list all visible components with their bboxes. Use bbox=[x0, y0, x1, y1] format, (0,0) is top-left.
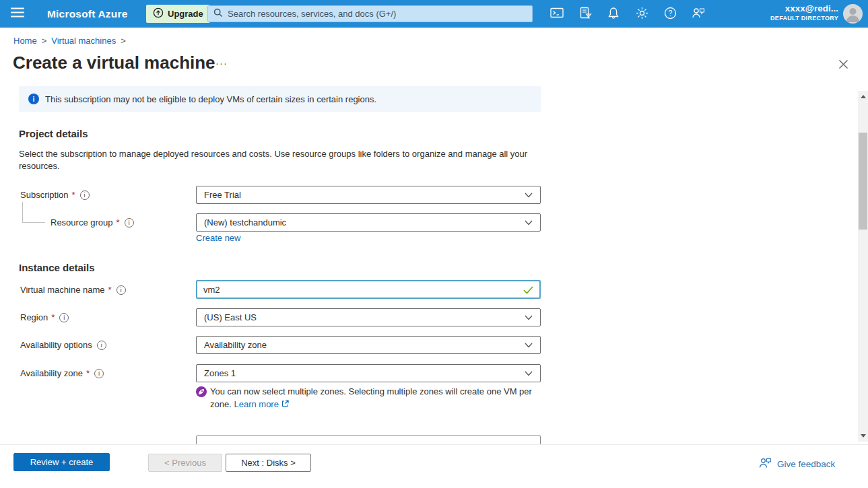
validation-check-icon bbox=[523, 285, 533, 297]
directory-filter-icon bbox=[579, 7, 592, 22]
learn-more-link[interactable]: Learn more bbox=[234, 399, 278, 409]
hamburger-menu-button[interactable] bbox=[8, 5, 27, 22]
subscription-eligibility-banner: i This subscription may not be eligible … bbox=[19, 86, 541, 112]
upgrade-arrow-icon bbox=[153, 7, 164, 20]
scroll-down-arrow[interactable] bbox=[861, 434, 866, 438]
chevron-down-icon bbox=[525, 312, 533, 322]
availability-options-info-icon[interactable]: i bbox=[97, 341, 106, 350]
directory-subscription-button[interactable] bbox=[576, 5, 595, 24]
notifications-button[interactable] bbox=[604, 5, 623, 24]
vertical-scrollbar[interactable] bbox=[858, 91, 868, 442]
availability-zone-info-icon[interactable]: i bbox=[94, 369, 104, 378]
chevron-down-icon bbox=[525, 217, 533, 228]
upgrade-label: Upgrade bbox=[168, 9, 203, 19]
availability-zone-dropdown[interactable]: Zones 1 bbox=[196, 364, 541, 382]
availability-options-dropdown[interactable]: Availability zone bbox=[196, 336, 541, 354]
resource-group-label: Resource group * i bbox=[51, 213, 134, 232]
global-search[interactable] bbox=[207, 5, 533, 22]
availability-options-label: Availability options i bbox=[20, 336, 106, 354]
scrollbar-thumb[interactable] bbox=[859, 133, 867, 230]
hierarchy-connector-line bbox=[22, 202, 45, 223]
bell-icon bbox=[607, 7, 620, 22]
more-options-button[interactable]: ··· bbox=[215, 57, 228, 69]
subscription-info-icon[interactable]: i bbox=[80, 190, 90, 200]
account-info[interactable]: xxxx@redi... DEFAULT DIRECTORY bbox=[770, 3, 838, 22]
give-feedback-link[interactable]: Give feedback bbox=[759, 457, 835, 470]
region-dropdown[interactable]: (US) East US bbox=[196, 308, 541, 326]
upgrade-button[interactable]: Upgrade bbox=[146, 5, 210, 23]
review-create-button[interactable]: Review + create bbox=[13, 453, 110, 471]
hamburger-icon bbox=[11, 7, 24, 20]
help-button[interactable]: ? bbox=[661, 5, 679, 24]
multi-zone-note: You can now select multiple zones. Selec… bbox=[210, 386, 536, 411]
resource-group-value: (New) testchandumic bbox=[204, 217, 286, 228]
page-title: Create a virtual machine bbox=[13, 53, 215, 73]
vm-name-info-icon[interactable]: i bbox=[116, 285, 126, 295]
breadcrumb-separator: > bbox=[42, 36, 47, 46]
avatar[interactable] bbox=[843, 4, 863, 24]
external-link-icon bbox=[281, 399, 289, 409]
settings-button[interactable] bbox=[632, 5, 651, 24]
region-value: (US) East US bbox=[204, 312, 257, 322]
breadcrumb-separator: > bbox=[121, 36, 126, 46]
region-label: Region * i bbox=[20, 308, 69, 326]
close-blade-button[interactable] bbox=[836, 58, 850, 73]
availability-zone-value: Zones 1 bbox=[204, 368, 236, 378]
feedback-person-icon bbox=[759, 457, 772, 470]
person-feedback-icon bbox=[692, 7, 705, 22]
svg-text:?: ? bbox=[668, 9, 672, 17]
required-asterisk: * bbox=[72, 190, 75, 200]
info-icon: i bbox=[28, 94, 39, 104]
resource-group-info-icon[interactable]: i bbox=[125, 218, 134, 228]
search-input[interactable] bbox=[228, 9, 527, 19]
project-details-heading: Project details bbox=[19, 128, 88, 139]
required-asterisk: * bbox=[116, 217, 120, 228]
instance-details-heading: Instance details bbox=[19, 262, 95, 273]
account-name: xxxx@redi... bbox=[770, 3, 838, 14]
subscription-label: Subscription * i bbox=[20, 186, 90, 204]
required-asterisk: * bbox=[86, 368, 90, 378]
close-icon bbox=[838, 59, 848, 72]
subscription-value: Free Trial bbox=[204, 190, 241, 200]
resource-group-dropdown[interactable]: (New) testchandumic bbox=[196, 213, 541, 232]
vm-name-input[interactable] bbox=[196, 280, 541, 299]
help-icon: ? bbox=[664, 7, 677, 22]
wizard-footer: Review + create < Previous Next : Disks … bbox=[0, 444, 868, 488]
next-field-partial[interactable] bbox=[196, 435, 541, 444]
account-directory: DEFAULT DIRECTORY bbox=[770, 14, 838, 22]
feedback-button[interactable] bbox=[689, 5, 708, 24]
cloud-shell-button[interactable] bbox=[547, 5, 566, 24]
azure-portal-window: Microsoft Azure Upgrade bbox=[0, 0, 868, 488]
gear-icon bbox=[636, 7, 648, 22]
azure-brand-logo[interactable]: Microsoft Azure bbox=[47, 0, 128, 28]
required-asterisk: * bbox=[51, 312, 55, 322]
top-bar: Microsoft Azure Upgrade bbox=[0, 0, 868, 28]
next-disks-button[interactable]: Next : Disks > bbox=[226, 454, 311, 472]
new-feature-rocket-icon bbox=[196, 386, 207, 397]
chevron-down-icon bbox=[525, 368, 533, 378]
vm-name-label: Virtual machine name * i bbox=[20, 281, 126, 299]
search-icon bbox=[213, 8, 223, 20]
subscription-dropdown[interactable]: Free Trial bbox=[196, 186, 541, 204]
create-new-resource-group-link[interactable]: Create new bbox=[196, 233, 240, 243]
cloud-shell-icon bbox=[550, 7, 564, 22]
region-info-icon[interactable]: i bbox=[59, 313, 69, 322]
scroll-up-arrow[interactable] bbox=[861, 95, 866, 98]
banner-text: This subscription may not be eligible to… bbox=[45, 94, 376, 104]
availability-options-value: Availability zone bbox=[204, 340, 267, 350]
required-asterisk: * bbox=[108, 285, 112, 295]
breadcrumb: Home > Virtual machines > bbox=[13, 36, 126, 46]
give-feedback-label: Give feedback bbox=[777, 459, 835, 469]
previous-button[interactable]: < Previous bbox=[148, 454, 222, 472]
chevron-down-icon bbox=[525, 340, 533, 350]
breadcrumb-virtual-machines-link[interactable]: Virtual machines bbox=[51, 36, 116, 46]
availability-zone-label: Availability zone * i bbox=[20, 364, 104, 382]
chevron-down-icon bbox=[525, 190, 533, 200]
breadcrumb-home-link[interactable]: Home bbox=[13, 36, 37, 46]
project-details-description: Select the subscription to manage deploy… bbox=[19, 148, 532, 172]
